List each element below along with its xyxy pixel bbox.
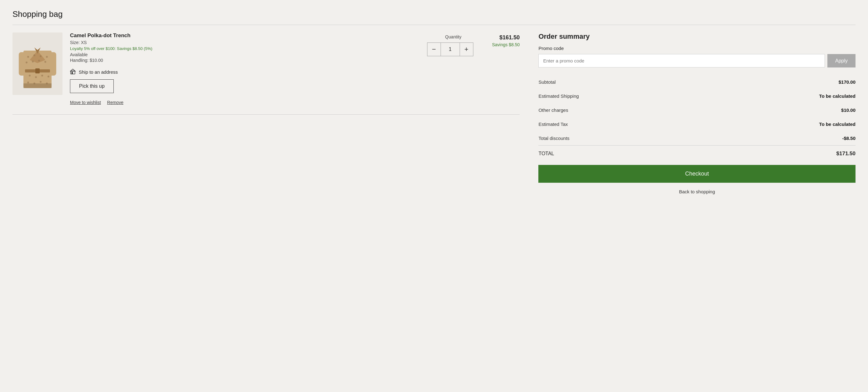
remove-button[interactable]: Remove bbox=[107, 100, 123, 105]
svg-rect-26 bbox=[71, 72, 73, 74]
cart-item-info: Camel Polka-dot Trench Size: XS Loyalty … bbox=[70, 32, 520, 105]
tax-row: Estimated Tax To be calculated bbox=[538, 117, 856, 131]
subtotal-value: $170.00 bbox=[839, 79, 856, 85]
svg-point-18 bbox=[41, 75, 43, 76]
cart-section: Camel Polka-dot Trench Size: XS Loyalty … bbox=[12, 32, 520, 122]
ship-option-label: Ship to an address bbox=[79, 69, 118, 75]
back-shopping-wrap: Back to shopping bbox=[538, 189, 856, 194]
shipping-label: Estimated Shipping bbox=[538, 93, 579, 99]
loyalty-text: Loyalty 5% off over $100: Savings $8.50 … bbox=[70, 46, 420, 51]
order-summary-section: Order summary Promo code Apply Subtotal … bbox=[538, 32, 856, 194]
header-divider bbox=[12, 25, 856, 25]
svg-point-19 bbox=[48, 75, 50, 77]
svg-point-14 bbox=[38, 60, 40, 62]
product-price: $161.50 bbox=[492, 34, 520, 41]
svg-point-13 bbox=[32, 61, 34, 62]
order-summary-title: Order summary bbox=[538, 32, 856, 41]
subtotal-label: Subtotal bbox=[538, 79, 556, 85]
tax-label: Estimated Tax bbox=[538, 122, 568, 127]
total-row: TOTAL $171.50 bbox=[538, 145, 856, 162]
ship-icon bbox=[70, 68, 76, 75]
product-size: Size: XS bbox=[70, 40, 420, 45]
tax-value: To be calculated bbox=[819, 122, 856, 127]
svg-point-11 bbox=[46, 56, 48, 58]
svg-point-12 bbox=[26, 62, 28, 63]
quantity-decrease-button[interactable]: − bbox=[427, 42, 441, 56]
cart-divider bbox=[12, 114, 520, 115]
pickup-button[interactable]: Pick this up bbox=[70, 79, 114, 93]
svg-rect-5 bbox=[50, 52, 56, 75]
svg-point-8 bbox=[27, 56, 29, 58]
quantity-section: Quantity − 1 + bbox=[427, 34, 479, 56]
svg-point-20 bbox=[27, 81, 29, 84]
other-charges-row: Other charges $10.00 bbox=[538, 103, 856, 117]
quantity-value: 1 bbox=[441, 42, 460, 56]
move-to-wishlist-button[interactable]: Move to wishlist bbox=[70, 100, 101, 105]
back-to-shopping-link[interactable]: Back to shopping bbox=[679, 189, 715, 194]
quantity-control: − 1 + bbox=[427, 42, 473, 56]
checkout-button[interactable]: Checkout bbox=[538, 165, 856, 183]
main-layout: Camel Polka-dot Trench Size: XS Loyalty … bbox=[12, 32, 856, 194]
quantity-price-wrap: Quantity − 1 + $161.50 Savings $8.50 bbox=[427, 34, 520, 56]
apply-button[interactable]: Apply bbox=[827, 54, 856, 67]
product-savings: Savings $8.50 bbox=[492, 42, 520, 47]
promo-code-input[interactable] bbox=[538, 54, 825, 67]
svg-point-10 bbox=[40, 55, 41, 57]
shipping-row: Estimated Shipping To be calculated bbox=[538, 89, 856, 103]
other-charges-label: Other charges bbox=[538, 107, 568, 113]
total-label: TOTAL bbox=[538, 151, 554, 157]
handling-text: Handling: $10.00 bbox=[70, 58, 420, 63]
cart-actions: Move to wishlist Remove bbox=[70, 100, 420, 105]
discounts-value: -$8.50 bbox=[842, 136, 856, 141]
svg-rect-7 bbox=[35, 68, 40, 73]
product-image bbox=[17, 35, 58, 93]
svg-point-22 bbox=[40, 81, 41, 83]
svg-rect-4 bbox=[19, 52, 26, 75]
other-charges-value: $10.00 bbox=[841, 107, 856, 113]
svg-point-16 bbox=[29, 75, 31, 76]
product-name: Camel Polka-dot Trench bbox=[70, 32, 420, 39]
summary-rows: Subtotal $170.00 Estimated Shipping To b… bbox=[538, 75, 856, 145]
svg-point-15 bbox=[44, 61, 46, 63]
quantity-increase-button[interactable]: + bbox=[460, 42, 473, 56]
quantity-label: Quantity bbox=[445, 34, 462, 39]
availability-text: Available bbox=[70, 52, 420, 57]
shipping-value: To be calculated bbox=[819, 93, 856, 99]
total-value: $171.50 bbox=[836, 151, 856, 157]
page-title: Shopping bag bbox=[12, 9, 856, 19]
discounts-label: Total discounts bbox=[538, 136, 569, 141]
ship-option: Ship to an address bbox=[70, 68, 420, 75]
promo-row: Apply bbox=[538, 54, 856, 67]
svg-rect-24 bbox=[24, 84, 52, 88]
cart-item: Camel Polka-dot Trench Size: XS Loyalty … bbox=[12, 32, 520, 114]
discounts-row: Total discounts -$8.50 bbox=[538, 131, 856, 145]
promo-code-label: Promo code bbox=[538, 45, 856, 51]
svg-point-17 bbox=[35, 76, 37, 78]
subtotal-row: Subtotal $170.00 bbox=[538, 75, 856, 89]
product-details: Camel Polka-dot Trench Size: XS Loyalty … bbox=[70, 32, 420, 105]
product-image-wrap bbox=[12, 32, 62, 95]
svg-point-9 bbox=[33, 54, 35, 56]
price-section: $161.50 Savings $8.50 bbox=[492, 34, 520, 47]
